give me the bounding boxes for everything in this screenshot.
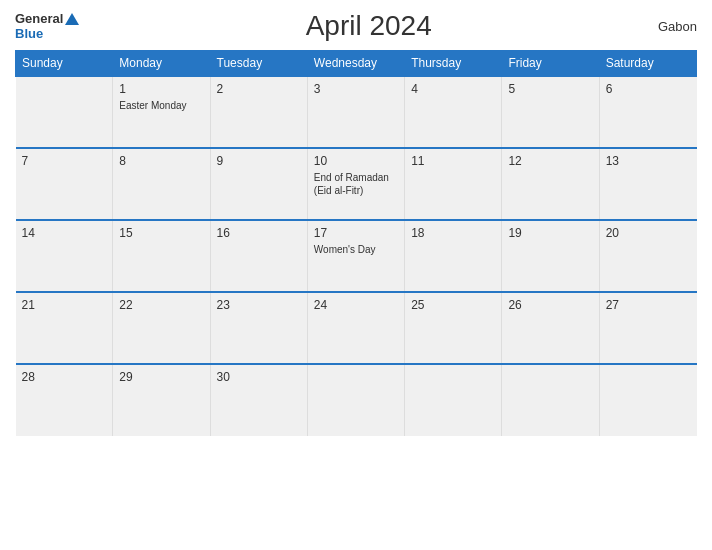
calendar-cell: 21 [16, 292, 113, 364]
event-text: End of Ramadan [314, 171, 398, 184]
day-number: 8 [119, 154, 203, 168]
calendar-week-row: 282930 [16, 364, 697, 436]
calendar-cell: 6 [599, 76, 696, 148]
day-number: 14 [22, 226, 107, 240]
day-number: 7 [22, 154, 107, 168]
calendar-cell [307, 364, 404, 436]
calendar-cell: 23 [210, 292, 307, 364]
weekday-header-wednesday: Wednesday [307, 51, 404, 77]
calendar-cell: 24 [307, 292, 404, 364]
calendar-cell: 4 [405, 76, 502, 148]
calendar-table: SundayMondayTuesdayWednesdayThursdayFrid… [15, 50, 697, 436]
weekday-header-tuesday: Tuesday [210, 51, 307, 77]
calendar-cell: 25 [405, 292, 502, 364]
day-number: 20 [606, 226, 691, 240]
calendar-cell: 15 [113, 220, 210, 292]
day-number: 1 [119, 82, 203, 96]
calendar-cell: 7 [16, 148, 113, 220]
calendar-cell: 22 [113, 292, 210, 364]
day-number: 10 [314, 154, 398, 168]
day-number: 19 [508, 226, 592, 240]
calendar-cell: 13 [599, 148, 696, 220]
calendar-cell: 11 [405, 148, 502, 220]
calendar-cell: 17Women's Day [307, 220, 404, 292]
logo-blue-text: Blue [15, 26, 43, 41]
day-number: 4 [411, 82, 495, 96]
day-number: 9 [217, 154, 301, 168]
day-number: 28 [22, 370, 107, 384]
calendar-cell: 20 [599, 220, 696, 292]
calendar-week-row: 21222324252627 [16, 292, 697, 364]
calendar-cell: 5 [502, 76, 599, 148]
day-number: 25 [411, 298, 495, 312]
day-number: 15 [119, 226, 203, 240]
month-title: April 2024 [79, 10, 658, 42]
calendar-cell: 2 [210, 76, 307, 148]
day-number: 30 [217, 370, 301, 384]
weekday-header-sunday: Sunday [16, 51, 113, 77]
calendar-cell: 3 [307, 76, 404, 148]
header: General Blue April 2024 Gabon [15, 10, 697, 42]
day-number: 24 [314, 298, 398, 312]
day-number: 26 [508, 298, 592, 312]
calendar-cell: 9 [210, 148, 307, 220]
event-text: Women's Day [314, 243, 398, 256]
day-number: 16 [217, 226, 301, 240]
calendar-header-row: SundayMondayTuesdayWednesdayThursdayFrid… [16, 51, 697, 77]
logo: General Blue [15, 11, 79, 41]
weekday-header-thursday: Thursday [405, 51, 502, 77]
day-number: 23 [217, 298, 301, 312]
calendar-cell: 26 [502, 292, 599, 364]
weekday-header-friday: Friday [502, 51, 599, 77]
calendar-cell: 14 [16, 220, 113, 292]
calendar-cell: 27 [599, 292, 696, 364]
calendar-cell: 30 [210, 364, 307, 436]
calendar-cell: 12 [502, 148, 599, 220]
day-number: 22 [119, 298, 203, 312]
calendar-cell: 29 [113, 364, 210, 436]
calendar-cell: 28 [16, 364, 113, 436]
day-number: 3 [314, 82, 398, 96]
day-number: 18 [411, 226, 495, 240]
day-number: 17 [314, 226, 398, 240]
calendar-cell: 19 [502, 220, 599, 292]
calendar-week-row: 1Easter Monday23456 [16, 76, 697, 148]
calendar-week-row: 14151617Women's Day181920 [16, 220, 697, 292]
day-number: 6 [606, 82, 691, 96]
event-text: Easter Monday [119, 99, 203, 112]
weekday-header-saturday: Saturday [599, 51, 696, 77]
calendar-cell: 8 [113, 148, 210, 220]
day-number: 29 [119, 370, 203, 384]
day-number: 27 [606, 298, 691, 312]
day-number: 21 [22, 298, 107, 312]
logo-triangle-icon [65, 13, 79, 25]
calendar-page: General Blue April 2024 Gabon SundayMond… [0, 0, 712, 550]
calendar-cell: 16 [210, 220, 307, 292]
calendar-cell [16, 76, 113, 148]
calendar-cell: 18 [405, 220, 502, 292]
country-label: Gabon [658, 19, 697, 34]
calendar-cell: 10End of Ramadan(Eid al-Fitr) [307, 148, 404, 220]
calendar-cell [405, 364, 502, 436]
calendar-cell [599, 364, 696, 436]
day-number: 11 [411, 154, 495, 168]
day-number: 5 [508, 82, 592, 96]
weekday-header-monday: Monday [113, 51, 210, 77]
calendar-cell [502, 364, 599, 436]
calendar-cell: 1Easter Monday [113, 76, 210, 148]
day-number: 2 [217, 82, 301, 96]
calendar-week-row: 78910End of Ramadan(Eid al-Fitr)111213 [16, 148, 697, 220]
logo-general-text: General [15, 11, 63, 26]
day-number: 13 [606, 154, 691, 168]
event-text: (Eid al-Fitr) [314, 184, 398, 197]
day-number: 12 [508, 154, 592, 168]
